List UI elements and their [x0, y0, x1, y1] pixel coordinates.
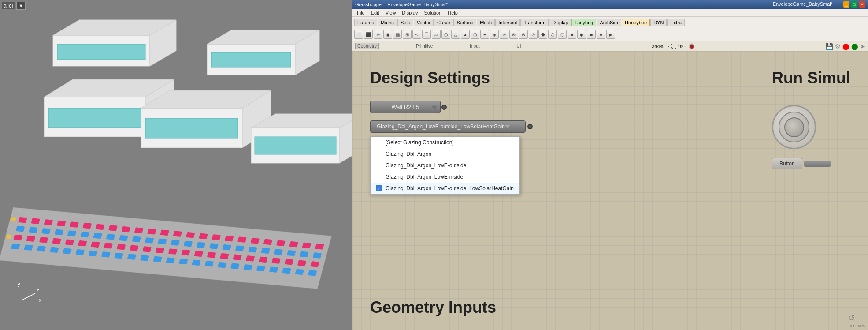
bug-icon: 🐞	[688, 43, 695, 49]
tab-mesh[interactable]: Mesh	[477, 19, 495, 26]
svg-rect-87	[233, 254, 242, 260]
tab-surface[interactable]: Surface	[453, 19, 476, 26]
maximize-button[interactable]: □	[851, 1, 857, 8]
toolbar-btn-3[interactable]: ⊕	[374, 30, 382, 39]
viewport-projection-dropdown[interactable]: ▼	[16, 2, 26, 10]
glazing-option-label-1: Glazing_Dbl_Argon	[386, 151, 431, 157]
menu-display[interactable]: Display	[399, 10, 420, 16]
tab-transform[interactable]: Transform	[520, 19, 549, 26]
tab-intersect[interactable]: Intersect	[495, 19, 520, 26]
toolbar-btn-23[interactable]: ★	[568, 30, 576, 39]
svg-rect-85	[207, 252, 216, 258]
tab-honeybee[interactable]: Honeybee	[622, 19, 650, 26]
wall-slider-button[interactable]: Wall R28.5	[370, 101, 441, 113]
svg-rect-40	[250, 238, 260, 244]
tab-display[interactable]: Display	[549, 19, 571, 26]
toolbar-btn-15[interactable]: ◈	[490, 30, 499, 39]
toolbar-btn-22[interactable]: ⬡	[558, 30, 567, 39]
svg-rect-59	[183, 241, 193, 247]
svg-rect-61	[209, 243, 219, 249]
toolbar-btn-9[interactable]: ⌓	[432, 30, 441, 39]
toolbar-btn-26[interactable]: ●	[597, 30, 605, 39]
tab-vector[interactable]: Vector	[414, 19, 434, 26]
glazing-dropdown-button[interactable]: Glazing_Dbl_Argon_LowE-outside_LowSolarH…	[370, 120, 526, 133]
glazing-option-lowe-outside[interactable]: Glazing_Dbl_Argon_LowE-outside	[371, 160, 519, 171]
svg-rect-90	[271, 258, 281, 264]
circle-inner2	[784, 117, 804, 137]
svg-rect-100	[89, 250, 98, 256]
toolbar-btn-7[interactable]: ∿	[412, 30, 421, 39]
glazing-option-select[interactable]: [Select Glazing Construction]	[371, 137, 519, 148]
frame-icon: ⛶	[671, 43, 676, 49]
toolbar-btn-2[interactable]: ⬛	[364, 30, 373, 39]
svg-rect-91	[284, 259, 293, 265]
toolbar-btn-6[interactable]: ⊞	[403, 30, 412, 39]
toolbar-btn-27[interactable]: ▶	[606, 30, 615, 39]
run-simulation-title: Run Simul	[772, 69, 850, 87]
toolbar-btn-24[interactable]: ◆	[577, 30, 586, 39]
menu-view[interactable]: View	[383, 10, 399, 16]
svg-rect-109	[204, 261, 214, 267]
glazing-option-label-3: Glazing_Dbl_Argon_LowE-inside	[386, 174, 463, 180]
primitive-tab: Primitive	[416, 44, 433, 49]
toolbar-btn-11[interactable]: △	[451, 30, 460, 39]
glazing-option-lowe-inside[interactable]: Glazing_Dbl_Argon_LowE-inside	[371, 171, 519, 183]
titlebar-controls: EnvelopeGame_BabySmal* _ □ ✕	[773, 1, 865, 8]
close-button[interactable]: ✕	[859, 1, 865, 8]
tab-curve[interactable]: Curve	[434, 19, 453, 26]
toolbar-btn-4[interactable]: ◉	[383, 30, 392, 39]
3d-viewport[interactable]: allel ▼	[0, 0, 352, 330]
tab-archsim[interactable]: ArchSim	[597, 19, 621, 26]
svg-rect-49	[54, 229, 63, 236]
toolbar-btn-21[interactable]: ⬠	[548, 30, 557, 39]
svg-rect-113	[256, 266, 266, 272]
minimize-button[interactable]: _	[843, 1, 849, 8]
eye-icon: 👁	[678, 43, 683, 49]
toolbar-btn-5[interactable]: ▦	[393, 30, 402, 39]
svg-text:z: z	[37, 288, 39, 293]
refresh-icon[interactable]: ↺	[848, 313, 855, 323]
svg-rect-55	[132, 236, 141, 242]
toolbar-btn-8[interactable]: ⌒	[422, 30, 431, 39]
menu-file[interactable]: File	[354, 10, 367, 16]
toolbar-btn-16[interactable]: ⊚	[500, 30, 508, 39]
svg-rect-111	[230, 263, 240, 269]
input-label: Input	[470, 44, 479, 49]
toolbar-btn-19[interactable]: ⊙	[529, 30, 538, 39]
run-button-control: Button	[772, 158, 850, 169]
glazing-label: Glazing_Dbl_Argon_LowE-outside_LowSolarH…	[377, 124, 505, 130]
toolbar-btn-12[interactable]: ▲	[461, 30, 470, 39]
svg-rect-47	[29, 227, 38, 233]
svg-rect-116	[295, 269, 304, 275]
toolbar-btn-25[interactable]: ■	[587, 30, 596, 39]
geometry-tab: Geometry	[357, 44, 377, 49]
toolbar-btn-18[interactable]: ⊘	[519, 30, 528, 39]
tab-ladybug[interactable]: Ladybug	[571, 19, 596, 26]
svg-rect-51	[80, 232, 89, 238]
toolbar-btn-13[interactable]: ⬡	[471, 30, 479, 39]
toolbar-btn-17[interactable]: ⊗	[509, 30, 518, 39]
tab-sets[interactable]: Sets	[397, 19, 413, 26]
svg-rect-57	[158, 239, 167, 245]
simulation-circle-button[interactable]	[772, 105, 816, 149]
run-button[interactable]: Button	[772, 158, 802, 169]
gh-canvas[interactable]: Design Settings Wall R28.5 Glazing_Dbl_A…	[352, 51, 868, 330]
svg-rect-54	[119, 235, 128, 241]
tab-dyn[interactable]: DYN	[650, 19, 667, 26]
titlebar-right-title: EnvelopeGame_BabySmal*	[773, 1, 833, 8]
toolbar-btn-10[interactable]: ⬡	[441, 30, 450, 39]
tab-params[interactable]: Params	[354, 19, 377, 26]
toolbar-btn-20[interactable]: ⬟	[538, 30, 547, 39]
tab-maths[interactable]: Maths	[378, 19, 397, 26]
design-settings-node: Design Settings Wall R28.5 Glazing_Dbl_A…	[370, 69, 533, 136]
toolbar-btn-1[interactable]: ⬜	[354, 30, 363, 39]
glazing-option-low-solar[interactable]: ✓ Glazing_Dbl_Argon_LowE-outside_LowSola…	[371, 183, 519, 194]
toolbar-btn-14[interactable]: ✦	[480, 30, 489, 39]
menu-help[interactable]: Help	[445, 10, 460, 16]
glazing-option-dbl-argon[interactable]: Glazing_Dbl_Argon	[371, 148, 519, 160]
tab-extra[interactable]: Extra	[667, 19, 685, 26]
menu-edit[interactable]: Edit	[368, 10, 382, 16]
svg-rect-58	[171, 240, 180, 246]
menu-solution[interactable]: Solution	[421, 10, 444, 16]
util-label: UI	[517, 44, 521, 49]
